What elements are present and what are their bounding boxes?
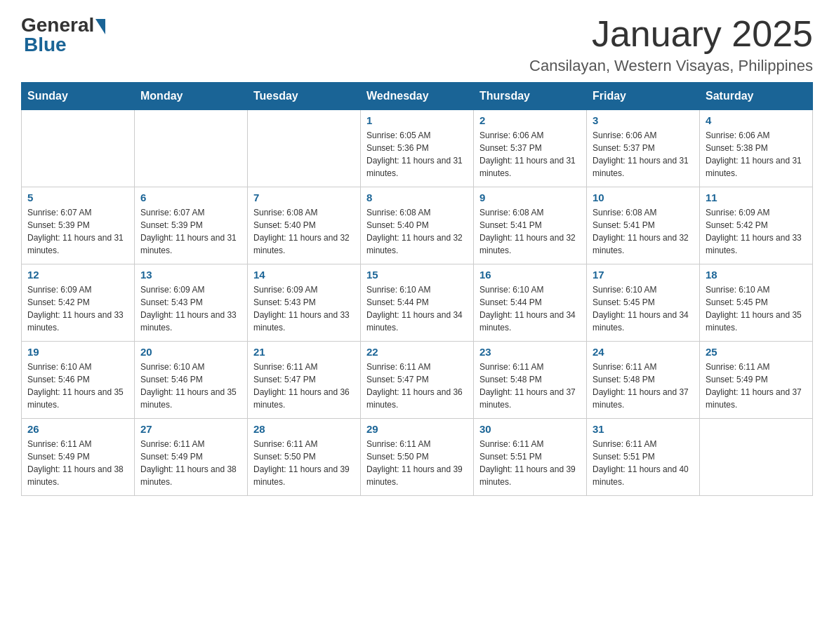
day-number: 3 bbox=[593, 114, 694, 126]
calendar-cell: 7Sunrise: 6:08 AMSunset: 5:40 PMDaylight… bbox=[248, 187, 361, 264]
day-number: 24 bbox=[593, 346, 694, 358]
day-info: Sunrise: 6:11 AMSunset: 5:48 PMDaylight:… bbox=[593, 361, 694, 411]
day-number: 28 bbox=[253, 423, 355, 435]
calendar-cell: 26Sunrise: 6:11 AMSunset: 5:49 PMDayligh… bbox=[22, 419, 135, 496]
calendar-cell: 27Sunrise: 6:11 AMSunset: 5:49 PMDayligh… bbox=[135, 419, 248, 496]
day-info: Sunrise: 6:11 AMSunset: 5:49 PMDaylight:… bbox=[27, 438, 128, 488]
calendar-cell: 29Sunrise: 6:11 AMSunset: 5:50 PMDayligh… bbox=[361, 419, 474, 496]
calendar-table: SundayMondayTuesdayWednesdayThursdayFrid… bbox=[21, 82, 813, 496]
day-number: 13 bbox=[140, 269, 241, 281]
calendar-cell: 21Sunrise: 6:11 AMSunset: 5:47 PMDayligh… bbox=[248, 342, 361, 419]
day-number: 4 bbox=[706, 114, 807, 126]
day-info: Sunrise: 6:10 AMSunset: 5:44 PMDaylight:… bbox=[479, 283, 581, 334]
day-number: 1 bbox=[366, 114, 468, 126]
calendar-cell: 5Sunrise: 6:07 AMSunset: 5:39 PMDaylight… bbox=[22, 187, 135, 264]
day-number: 29 bbox=[366, 423, 468, 435]
day-number: 30 bbox=[479, 423, 581, 435]
day-number: 15 bbox=[366, 269, 468, 281]
day-number: 7 bbox=[253, 192, 355, 203]
calendar-cell bbox=[700, 419, 813, 496]
calendar-cell: 14Sunrise: 6:09 AMSunset: 5:43 PMDayligh… bbox=[248, 264, 361, 342]
location-title: Cansilayan, Western Visayas, Philippines bbox=[529, 57, 813, 75]
day-number: 27 bbox=[140, 423, 241, 435]
day-info: Sunrise: 6:08 AMSunset: 5:40 PMDaylight:… bbox=[366, 206, 468, 257]
logo-triangle-icon bbox=[95, 19, 105, 34]
calendar-week-row: 26Sunrise: 6:11 AMSunset: 5:49 PMDayligh… bbox=[22, 419, 813, 496]
day-number: 8 bbox=[366, 192, 468, 203]
day-number: 26 bbox=[27, 423, 128, 435]
day-info: Sunrise: 6:11 AMSunset: 5:47 PMDaylight:… bbox=[253, 361, 355, 411]
day-info: Sunrise: 6:08 AMSunset: 5:41 PMDaylight:… bbox=[593, 206, 694, 257]
day-info: Sunrise: 6:10 AMSunset: 5:44 PMDaylight:… bbox=[366, 283, 468, 334]
day-info: Sunrise: 6:09 AMSunset: 5:43 PMDaylight:… bbox=[253, 283, 355, 334]
day-number: 25 bbox=[706, 346, 807, 358]
logo-blue-text: Blue bbox=[21, 34, 67, 56]
day-number: 10 bbox=[593, 192, 694, 203]
day-of-week-header: Thursday bbox=[474, 83, 587, 110]
calendar-cell: 30Sunrise: 6:11 AMSunset: 5:51 PMDayligh… bbox=[474, 419, 587, 496]
calendar-cell: 24Sunrise: 6:11 AMSunset: 5:48 PMDayligh… bbox=[587, 342, 700, 419]
title-area: January 2025 Cansilayan, Western Visayas… bbox=[529, 14, 813, 75]
day-info: Sunrise: 6:06 AMSunset: 5:37 PMDaylight:… bbox=[479, 129, 581, 180]
day-number: 31 bbox=[593, 423, 694, 435]
calendar-week-row: 19Sunrise: 6:10 AMSunset: 5:46 PMDayligh… bbox=[22, 342, 813, 419]
day-number: 11 bbox=[706, 192, 807, 203]
day-of-week-header: Saturday bbox=[700, 83, 813, 110]
calendar-cell bbox=[135, 110, 248, 187]
day-info: Sunrise: 6:08 AMSunset: 5:41 PMDaylight:… bbox=[479, 206, 581, 257]
day-info: Sunrise: 6:09 AMSunset: 5:42 PMDaylight:… bbox=[27, 283, 128, 334]
calendar-cell: 4Sunrise: 6:06 AMSunset: 5:38 PMDaylight… bbox=[700, 110, 813, 187]
day-info: Sunrise: 6:10 AMSunset: 5:45 PMDaylight:… bbox=[706, 283, 807, 334]
day-number: 19 bbox=[27, 346, 128, 358]
day-info: Sunrise: 6:10 AMSunset: 5:45 PMDaylight:… bbox=[593, 283, 694, 334]
calendar-cell: 9Sunrise: 6:08 AMSunset: 5:41 PMDaylight… bbox=[474, 187, 587, 264]
calendar-cell: 13Sunrise: 6:09 AMSunset: 5:43 PMDayligh… bbox=[135, 264, 248, 342]
day-number: 20 bbox=[140, 346, 241, 358]
day-info: Sunrise: 6:11 AMSunset: 5:51 PMDaylight:… bbox=[479, 438, 581, 488]
calendar-cell: 10Sunrise: 6:08 AMSunset: 5:41 PMDayligh… bbox=[587, 187, 700, 264]
calendar-cell bbox=[248, 110, 361, 187]
month-title: January 2025 bbox=[529, 14, 813, 54]
calendar-cell: 18Sunrise: 6:10 AMSunset: 5:45 PMDayligh… bbox=[700, 264, 813, 342]
day-info: Sunrise: 6:09 AMSunset: 5:43 PMDaylight:… bbox=[140, 283, 241, 334]
day-info: Sunrise: 6:11 AMSunset: 5:49 PMDaylight:… bbox=[140, 438, 241, 488]
calendar-cell: 19Sunrise: 6:10 AMSunset: 5:46 PMDayligh… bbox=[22, 342, 135, 419]
calendar-cell: 8Sunrise: 6:08 AMSunset: 5:40 PMDaylight… bbox=[361, 187, 474, 264]
day-number: 5 bbox=[27, 192, 128, 203]
calendar-cell: 3Sunrise: 6:06 AMSunset: 5:37 PMDaylight… bbox=[587, 110, 700, 187]
calendar-cell: 20Sunrise: 6:10 AMSunset: 5:46 PMDayligh… bbox=[135, 342, 248, 419]
day-number: 9 bbox=[479, 192, 581, 203]
calendar-cell: 25Sunrise: 6:11 AMSunset: 5:49 PMDayligh… bbox=[700, 342, 813, 419]
calendar-week-row: 12Sunrise: 6:09 AMSunset: 5:42 PMDayligh… bbox=[22, 264, 813, 342]
day-info: Sunrise: 6:10 AMSunset: 5:46 PMDaylight:… bbox=[140, 361, 241, 411]
calendar-week-row: 1Sunrise: 6:05 AMSunset: 5:36 PMDaylight… bbox=[22, 110, 813, 187]
day-number: 23 bbox=[479, 346, 581, 358]
calendar-cell: 31Sunrise: 6:11 AMSunset: 5:51 PMDayligh… bbox=[587, 419, 700, 496]
day-number: 2 bbox=[479, 114, 581, 126]
calendar-cell: 1Sunrise: 6:05 AMSunset: 5:36 PMDaylight… bbox=[361, 110, 474, 187]
day-info: Sunrise: 6:08 AMSunset: 5:40 PMDaylight:… bbox=[253, 206, 355, 257]
day-info: Sunrise: 6:07 AMSunset: 5:39 PMDaylight:… bbox=[27, 206, 128, 257]
calendar-cell: 11Sunrise: 6:09 AMSunset: 5:42 PMDayligh… bbox=[700, 187, 813, 264]
day-info: Sunrise: 6:07 AMSunset: 5:39 PMDaylight:… bbox=[140, 206, 241, 257]
calendar-cell: 15Sunrise: 6:10 AMSunset: 5:44 PMDayligh… bbox=[361, 264, 474, 342]
day-info: Sunrise: 6:11 AMSunset: 5:51 PMDaylight:… bbox=[593, 438, 694, 488]
day-info: Sunrise: 6:11 AMSunset: 5:47 PMDaylight:… bbox=[366, 361, 468, 411]
day-of-week-header: Wednesday bbox=[361, 83, 474, 110]
day-number: 16 bbox=[479, 269, 581, 281]
calendar-week-row: 5Sunrise: 6:07 AMSunset: 5:39 PMDaylight… bbox=[22, 187, 813, 264]
day-number: 6 bbox=[140, 192, 241, 203]
calendar-cell bbox=[22, 110, 135, 187]
day-info: Sunrise: 6:11 AMSunset: 5:50 PMDaylight:… bbox=[253, 438, 355, 488]
calendar-cell: 6Sunrise: 6:07 AMSunset: 5:39 PMDaylight… bbox=[135, 187, 248, 264]
day-info: Sunrise: 6:05 AMSunset: 5:36 PMDaylight:… bbox=[366, 129, 468, 180]
day-of-week-header: Monday bbox=[135, 83, 248, 110]
day-info: Sunrise: 6:09 AMSunset: 5:42 PMDaylight:… bbox=[706, 206, 807, 257]
logo: General Blue bbox=[21, 14, 105, 56]
calendar-cell: 17Sunrise: 6:10 AMSunset: 5:45 PMDayligh… bbox=[587, 264, 700, 342]
calendar-cell: 22Sunrise: 6:11 AMSunset: 5:47 PMDayligh… bbox=[361, 342, 474, 419]
day-info: Sunrise: 6:10 AMSunset: 5:46 PMDaylight:… bbox=[27, 361, 128, 411]
day-number: 12 bbox=[27, 269, 128, 281]
day-of-week-header: Tuesday bbox=[248, 83, 361, 110]
day-number: 22 bbox=[366, 346, 468, 358]
